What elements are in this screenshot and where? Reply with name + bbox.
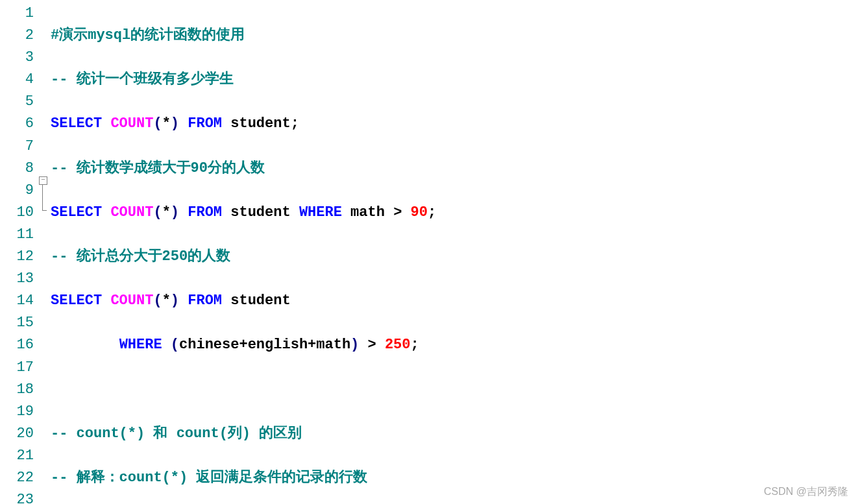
line-number: 21 <box>0 445 34 467</box>
code-line: -- 解释：count(*) 返回满足条件的记录的行数 <box>51 467 856 489</box>
line-number: 5 <box>0 91 34 113</box>
line-number: 8 <box>0 158 34 180</box>
line-number: 14 <box>0 290 34 312</box>
watermark: CSDN @吉冈秀隆 <box>764 484 848 500</box>
line-number-gutter: 1 2 3 4 5 6 7 8 9 10 11 12 13 14 15 16 1… <box>0 3 39 504</box>
line-number: 15 <box>0 312 34 334</box>
line-number: 12 <box>0 246 34 268</box>
code-line: -- 统计数学成绩大于90分的人数 <box>51 158 856 180</box>
line-number: 19 <box>0 401 34 423</box>
code-line: SELECT COUNT(*) FROM student WHERE math … <box>51 202 856 224</box>
line-number: 16 <box>0 334 34 356</box>
code-line: -- 统计总分大于250的人数 <box>51 246 856 268</box>
line-number: 1 <box>0 3 34 25</box>
line-number: 6 <box>0 113 34 135</box>
fold-toggle-icon[interactable]: − <box>39 171 51 186</box>
line-number: 20 <box>0 423 34 445</box>
code-editor: 1 2 3 4 5 6 7 8 9 10 11 12 13 14 15 16 1… <box>0 0 856 504</box>
line-number: 17 <box>0 357 34 379</box>
line-number: 9 <box>0 180 34 202</box>
line-number: 10 <box>0 202 34 224</box>
code-line <box>51 379 856 401</box>
code-line: #演示mysql的统计函数的使用 <box>51 25 856 47</box>
line-number: 4 <box>0 69 34 91</box>
line-number: 2 <box>0 25 34 47</box>
line-number: 11 <box>0 224 34 246</box>
fold-column: − <box>39 3 51 504</box>
line-number: 22 <box>0 467 34 489</box>
line-number: 18 <box>0 379 34 401</box>
line-number: 7 <box>0 136 34 158</box>
code-line: SELECT COUNT(*) FROM student <box>51 290 856 312</box>
code-line: -- count(*) 和 count(列) 的区别 <box>51 423 856 445</box>
line-number: 3 <box>0 47 34 69</box>
line-number: 23 <box>0 489 34 504</box>
code-area[interactable]: #演示mysql的统计函数的使用 -- 统计一个班级有多少学生 SELECT C… <box>51 3 856 504</box>
code-line: SELECT COUNT(*) FROM student; <box>51 113 856 135</box>
line-number: 13 <box>0 268 34 290</box>
code-line: WHERE (chinese+english+math) > 250; <box>51 334 856 356</box>
code-line: -- 统计一个班级有多少学生 <box>51 69 856 91</box>
